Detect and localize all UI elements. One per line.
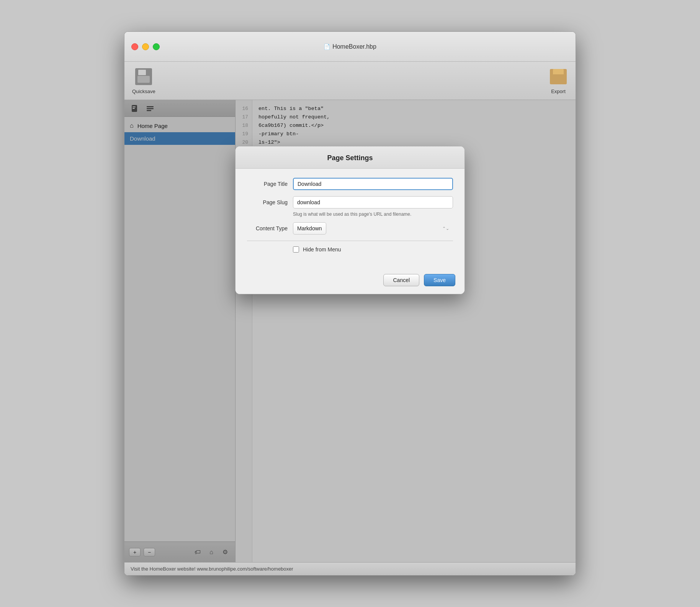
window-controls[interactable] [131,43,160,50]
titlebar: 📄 HomeBoxer.hbp [124,32,576,62]
window-title: 📄 HomeBoxer.hbp [324,43,376,50]
hide-from-menu-checkbox[interactable] [293,246,299,253]
maximize-button[interactable] [153,43,160,50]
floppy-icon [134,67,153,86]
page-settings-dialog: Page Settings Page Title Page Slug Slug … [235,146,465,294]
export-button[interactable]: Export [549,67,568,94]
page-slug-label: Page Slug [247,199,293,205]
content-type-select[interactable]: Markdown HTML Plain Text [293,222,326,235]
page-title-row: Page Title [247,178,453,190]
dialog-overlay: Page Settings Page Title Page Slug Slug … [124,100,576,562]
hide-from-menu-row: Hide from Menu [247,246,453,253]
page-slug-input[interactable] [293,196,453,208]
divider [247,241,453,241]
content-type-wrapper: Markdown HTML Plain Text [293,222,453,235]
page-slug-row: Page Slug [247,196,453,208]
cancel-button[interactable]: Cancel [383,274,419,286]
file-icon: 📄 [324,44,330,50]
quicksave-label: Quicksave [132,89,155,94]
dialog-header: Page Settings [236,146,464,169]
dialog-body: Page Title Page Slug Slug is what will b… [236,169,464,268]
page-title-input[interactable] [293,178,453,190]
dialog-footer: Cancel Save [236,268,464,294]
hide-from-menu-label: Hide from Menu [303,246,341,253]
content-type-label: Content Type [247,225,293,231]
export-icon [549,67,568,86]
page-title-label: Page Title [247,181,293,187]
minimize-button[interactable] [142,43,149,50]
toolbar: Quicksave Export [124,62,576,100]
save-button[interactable]: Save [424,274,455,286]
export-label: Export [551,89,566,94]
window-title-text: HomeBoxer.hbp [332,43,376,50]
statusbar: Visit the HomeBoxer website! www.brunoph… [124,562,576,575]
quicksave-button[interactable]: Quicksave [132,67,155,94]
content-type-row: Content Type Markdown HTML Plain Text [247,222,453,235]
page-slug-hint: Slug is what will be used as this page's… [293,212,453,217]
dialog-title: Page Settings [245,154,455,162]
close-button[interactable] [131,43,138,50]
statusbar-text: Visit the HomeBoxer website! www.brunoph… [131,566,293,572]
